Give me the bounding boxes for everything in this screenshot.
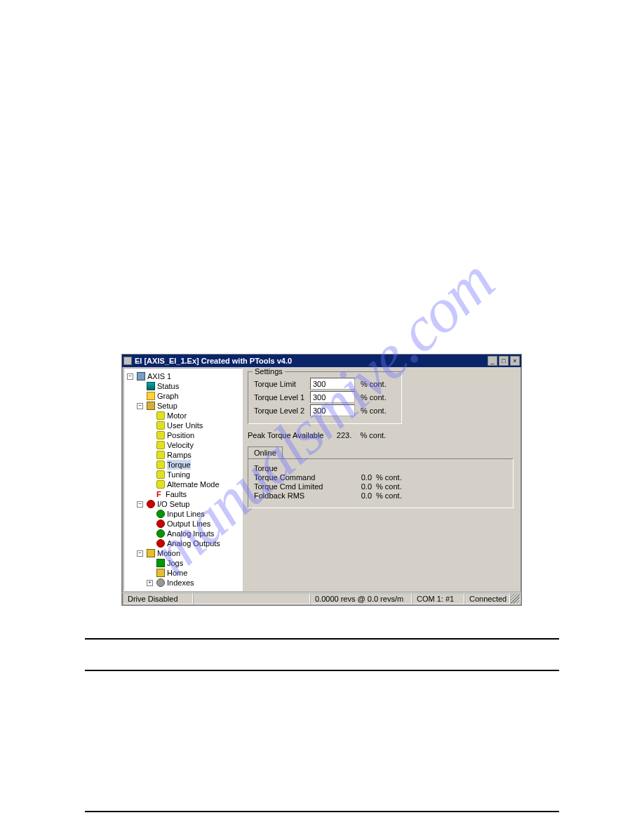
torque-limit-input[interactable]	[310, 378, 355, 390]
online-cmdlim-value: 0.0	[341, 482, 372, 491]
bullet-icon	[156, 441, 165, 449]
online-tab[interactable]: Online	[248, 446, 283, 458]
tree-item-altmode[interactable]: Alternate Mode	[147, 479, 241, 489]
peak-torque-line: Peak Torque Available 223. % cont.	[248, 431, 514, 439]
torque-limit-label: Torque Limit	[254, 380, 306, 388]
resize-grip[interactable]	[510, 593, 521, 604]
home-icon	[156, 569, 165, 577]
graph-icon	[147, 392, 155, 400]
input-icon	[156, 510, 165, 518]
online-cmdlim-unit: % cont.	[376, 482, 402, 491]
torque-level1-label: Torque Level 1	[254, 393, 306, 402]
work-pane: Settings Torque Limit % cont. Torque Lev…	[243, 367, 521, 592]
analogout-icon	[156, 539, 165, 548]
torque-level2-label: Torque Level 2	[254, 406, 306, 415]
bullet-icon	[156, 470, 165, 479]
status-drive: Drive Disabled	[123, 593, 193, 604]
expand-icon[interactable]: +	[147, 580, 153, 586]
output-icon	[156, 519, 165, 528]
online-cmd-unit: % cont.	[376, 473, 402, 482]
tree-item-torque[interactable]: Torque	[147, 460, 241, 470]
bullet-icon	[156, 461, 165, 469]
tree-item-ramps[interactable]: Ramps	[147, 450, 241, 460]
close-button[interactable]: ×	[510, 356, 520, 366]
minimize-button[interactable]: _	[488, 356, 497, 366]
divider	[85, 811, 559, 812]
torque-limit-unit: % cont.	[361, 380, 387, 388]
online-foldback-label: Foldback RMS	[254, 491, 337, 500]
status-com: COM 1: #1	[412, 593, 464, 604]
divider	[85, 638, 559, 640]
torque-level2-unit: % cont.	[361, 406, 387, 415]
torque-level2-input[interactable]	[310, 404, 355, 416]
bullet-icon	[156, 411, 165, 420]
peak-torque-label: Peak Torque Available	[248, 431, 323, 439]
titlebar[interactable]: EI [AXIS_EI_1.Ex] Created with PTools v4…	[122, 355, 521, 367]
tree-item-motor[interactable]: Motor	[147, 411, 241, 421]
tree-item-analogoutputs[interactable]: Analog Outputs	[147, 538, 241, 548]
window-title: EI [AXIS_EI_1.Ex] Created with PTools v4…	[135, 357, 488, 365]
maximize-button[interactable]: □	[499, 356, 509, 366]
peak-torque-unit: % cont.	[360, 431, 386, 439]
bullet-icon	[156, 451, 165, 459]
collapse-icon[interactable]: −	[137, 550, 143, 557]
tree-item-outputlines[interactable]: Output Lines	[147, 519, 241, 529]
online-foldback-value: 0.0	[341, 491, 372, 500]
analogin-icon	[156, 529, 165, 538]
torque-level1-input[interactable]	[310, 391, 355, 403]
motion-icon	[147, 549, 155, 557]
status-icon	[147, 382, 155, 390]
divider	[85, 670, 559, 671]
tree-item-status[interactable]: Status	[137, 381, 241, 391]
tree-pane: − AXIS 1 Status Graph −Setup Motor	[123, 368, 243, 591]
online-cmd-label: Torque Command	[254, 473, 337, 482]
tree-item-position[interactable]: Position	[147, 430, 241, 440]
tree-item-faults[interactable]: FFaults	[147, 489, 241, 499]
application-window: EI [AXIS_EI_1.Ex] Created with PTools v4…	[122, 355, 521, 605]
faults-icon: F	[156, 489, 163, 499]
online-torque-label: Torque	[254, 464, 337, 472]
tree-item-jogs[interactable]: Jogs	[147, 558, 241, 568]
jog-icon	[156, 559, 165, 567]
bullet-icon	[156, 421, 165, 430]
status-connection: Connected	[464, 593, 510, 604]
online-foldback-unit: % cont.	[376, 491, 402, 500]
io-icon	[147, 500, 155, 508]
tree-item-tuning[interactable]: Tuning	[147, 470, 241, 479]
tree-item-userunits[interactable]: User Units	[147, 421, 241, 430]
settings-group: Settings Torque Limit % cont. Torque Lev…	[248, 371, 402, 424]
online-cmdlim-label: Torque Cmd Limited	[254, 482, 337, 491]
peak-torque-value: 223.	[337, 431, 351, 439]
status-position: 0.0000 revs @ 0.0 revs/m	[310, 593, 412, 604]
online-panel: Torque Torque Command 0.0 % cont. Torque…	[248, 458, 514, 508]
tree-item-graph[interactable]: Graph	[137, 391, 241, 401]
tree-root-label: AXIS 1	[147, 371, 171, 381]
tree-item-indexes[interactable]: +Indexes	[147, 578, 241, 588]
statusbar: Drive Disabled 0.0000 revs @ 0.0 revs/m …	[122, 593, 521, 605]
index-icon	[156, 578, 165, 587]
bullet-icon	[156, 480, 165, 489]
setup-icon	[147, 402, 155, 410]
app-icon	[123, 357, 132, 365]
settings-caption: Settings	[253, 367, 285, 376]
collapse-icon[interactable]: −	[127, 373, 133, 380]
tree-item-motion[interactable]: −Motion	[137, 548, 241, 558]
tree-item-velocity[interactable]: Velocity	[147, 440, 241, 450]
online-cmd-value: 0.0	[341, 473, 372, 482]
tree-item-inputlines[interactable]: Input Lines	[147, 509, 241, 519]
collapse-icon[interactable]: −	[137, 501, 143, 508]
bullet-icon	[156, 431, 165, 439]
tree-item-io[interactable]: −I/O Setup	[137, 499, 241, 509]
status-spacer	[193, 593, 310, 604]
tree-item-home[interactable]: Home	[147, 568, 241, 578]
axis-icon	[137, 372, 145, 380]
tree-item-setup[interactable]: −Setup	[137, 401, 241, 411]
collapse-icon[interactable]: −	[137, 403, 143, 409]
tree-root[interactable]: − AXIS 1	[127, 371, 241, 381]
torque-level1-unit: % cont.	[361, 393, 387, 402]
tree-item-analoginputs[interactable]: Analog Inputs	[147, 529, 241, 538]
